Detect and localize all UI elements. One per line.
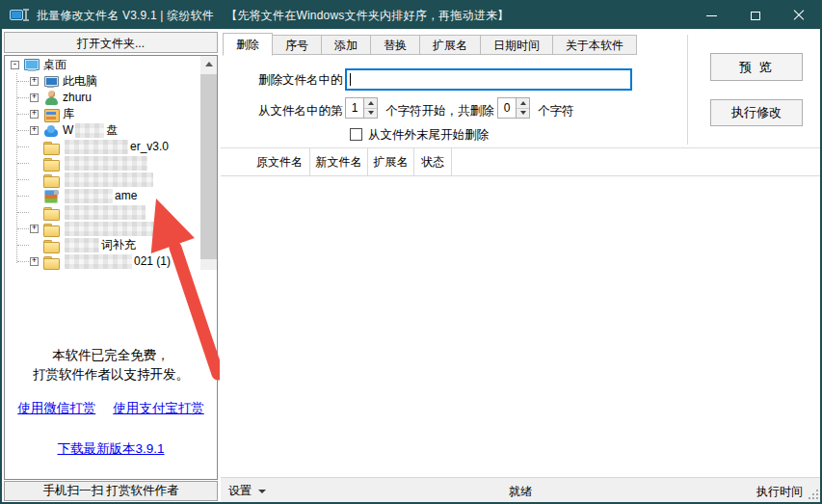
tree-item-label: 库 <box>63 106 74 122</box>
expand-expander-icon[interactable]: + <box>30 126 39 135</box>
collapse-expander-icon[interactable]: - <box>11 61 19 69</box>
minimize-button[interactable] <box>690 2 733 29</box>
column-header-原文件名[interactable]: 原文件名 <box>250 148 310 175</box>
tree-item[interactable] <box>5 204 199 221</box>
donation-line-1: 本软件已完全免费， <box>5 346 217 365</box>
spinner-down-icon[interactable] <box>364 108 377 119</box>
from-end-checkbox[interactable] <box>350 128 362 141</box>
tree-item[interactable]: +库 <box>5 106 199 122</box>
tree-item[interactable]: +此电脑 <box>5 73 199 90</box>
tree-item[interactable]: -桌面 <box>5 57 199 73</box>
expand-expander-icon[interactable]: + <box>30 93 39 102</box>
folder-icon <box>43 205 60 221</box>
tree-item-label: 盘 <box>106 122 118 139</box>
app-window: 批量修改文件名 V3.9.1 | 缤纷软件 【先将文件在Windows文件夹内排… <box>0 0 822 504</box>
scroll-up-icon[interactable] <box>200 56 217 71</box>
tab-添加[interactable]: 添加 <box>322 35 371 55</box>
folder-icon <box>43 222 60 237</box>
tree-connector-line <box>17 81 29 82</box>
user-icon <box>43 91 60 106</box>
spinner-down-icon[interactable] <box>517 108 529 119</box>
expand-expander-icon[interactable]: + <box>30 257 39 266</box>
expand-expander-icon[interactable]: + <box>30 225 39 233</box>
tree-item[interactable]: +zhuru <box>5 90 199 106</box>
tree-scrollbar[interactable] <box>200 56 217 270</box>
text-caret <box>350 73 351 86</box>
window-controls <box>690 2 820 29</box>
computer-icon <box>43 74 60 90</box>
title-bar[interactable]: 批量修改文件名 V3.9.1 | 缤纷软件 【先将文件在Windows文件夹内排… <box>2 2 820 29</box>
tree: -桌面+此电脑+zhuru+库+W盘er_v3.0ame+词补充+021 (1) <box>5 57 199 270</box>
tree-connector-line <box>17 163 29 164</box>
expand-expander-icon[interactable]: + <box>30 77 39 86</box>
tree-item-label: W <box>63 122 73 139</box>
column-header-新文件名[interactable]: 新文件名 <box>310 148 368 175</box>
tab-替换[interactable]: 替换 <box>371 35 420 55</box>
tree-connector-line <box>17 245 29 246</box>
alipay-donate-link[interactable]: 使用支付宝打赏 <box>113 400 204 417</box>
tree-item[interactable] <box>5 155 199 172</box>
close-button[interactable] <box>777 2 820 29</box>
maximize-icon <box>751 12 760 20</box>
tree-item[interactable]: +W盘 <box>5 122 199 139</box>
preview-button[interactable]: 预 览 <box>710 53 803 81</box>
execute-button[interactable]: 执行修改 <box>710 99 803 126</box>
delete-field-label: 删除文件名中的 <box>258 72 343 89</box>
app-icon <box>43 189 60 204</box>
tree-item[interactable]: +021 (1) <box>5 253 199 270</box>
spinner-up-icon[interactable] <box>517 98 529 108</box>
table-body[interactable] <box>221 176 820 477</box>
tab-扩展名[interactable]: 扩展名 <box>420 35 481 55</box>
redacted-text <box>65 205 146 220</box>
tab-关于本软件[interactable]: 关于本软件 <box>553 35 637 55</box>
tree-connector-line <box>17 212 29 213</box>
tree-item[interactable]: + <box>5 221 199 237</box>
redacted-text <box>75 123 104 138</box>
start-char-label: 从文件名中的第 <box>258 103 343 119</box>
desktop-icon <box>24 58 40 73</box>
resize-grip-icon[interactable] <box>808 489 818 499</box>
column-header-状态[interactable]: 状态 <box>414 148 452 175</box>
maximize-button[interactable] <box>733 2 777 29</box>
table-header-spacer <box>221 148 250 175</box>
app-icon <box>10 8 31 23</box>
redacted-text <box>65 222 155 236</box>
redacted-text <box>65 254 132 269</box>
folder-tree-box: -桌面+此电脑+zhuru+库+W盘er_v3.0ame+词补充+021 (1)… <box>4 55 218 480</box>
scan-donate-bar: 手机扫一扫 打赏软件作者 <box>4 481 218 501</box>
tree-item[interactable]: 词补充 <box>5 237 199 253</box>
open-folder-button[interactable]: 打开文件夹... <box>4 32 218 53</box>
tree-item[interactable]: er_v3.0 <box>5 139 199 155</box>
folder-icon <box>43 156 60 172</box>
donation-block: 本软件已完全免费， 打赏软件作者以支持开发。 使用微信打赏 使用支付宝打赏 下载… <box>5 346 217 458</box>
tree-item-label: 桌面 <box>43 57 66 73</box>
tree-connector-line <box>17 130 29 131</box>
tree-item-label: 此电脑 <box>63 73 97 90</box>
spinner-up-icon[interactable] <box>364 98 377 108</box>
scroll-thumb[interactable] <box>200 74 217 259</box>
start-char-value: 1 <box>346 98 363 118</box>
tree-connector-line <box>17 114 29 115</box>
expand-expander-icon[interactable]: + <box>30 110 39 119</box>
delete-text-input[interactable] <box>345 68 632 91</box>
redacted-text <box>65 238 99 252</box>
tree-connector-line <box>17 179 29 180</box>
table-header: 原文件名新文件名扩展名状态 <box>221 147 820 176</box>
start-char-spinner[interactable]: 1 <box>345 97 378 119</box>
tree-item[interactable]: ame <box>5 188 199 204</box>
left-panel: 打开文件夹... -桌面+此电脑+zhuru+库+W盘er_v3.0ame+词补… <box>2 29 220 502</box>
download-latest-link[interactable]: 下载最新版本3.9.1 <box>57 441 164 456</box>
tree-connector-line <box>17 97 29 98</box>
column-header-扩展名[interactable]: 扩展名 <box>368 148 414 175</box>
tree-item-label: ame <box>115 188 137 204</box>
library-icon <box>43 107 60 122</box>
wechat-donate-link[interactable]: 使用微信打赏 <box>17 400 95 417</box>
delete-count-spinner[interactable]: 0 <box>497 97 530 119</box>
from-end-checkbox-label: 从文件外末尾开始删除 <box>368 127 489 144</box>
tree-item-label: zhuru <box>63 90 92 106</box>
tree-item[interactable] <box>5 172 199 188</box>
folder-icon <box>43 172 60 188</box>
tab-删除[interactable]: 删除 <box>223 33 273 56</box>
tab-序号[interactable]: 序号 <box>273 35 322 55</box>
tab-日期时间[interactable]: 日期时间 <box>481 35 553 55</box>
